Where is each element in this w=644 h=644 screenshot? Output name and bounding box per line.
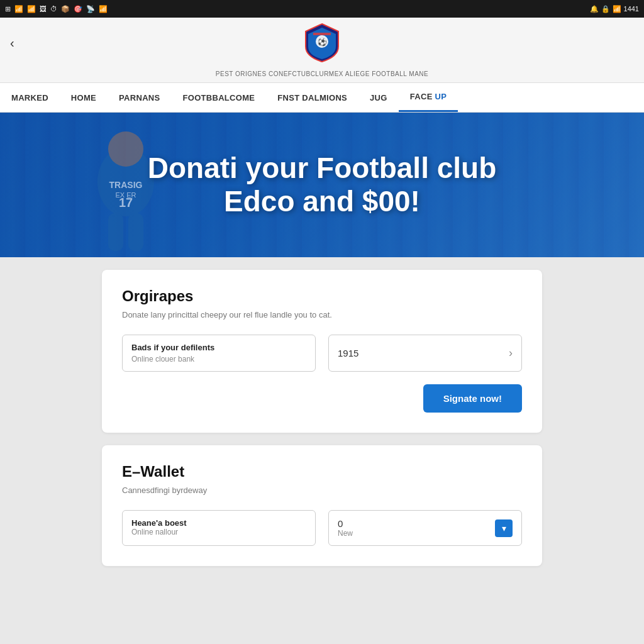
nav-item-face-up[interactable]: FACE UP	[399, 83, 458, 112]
battery-text: 1441	[624, 5, 639, 13]
ewallet-amount: 0	[338, 518, 353, 529]
donation-form-row: Bads if your defilents Online clouer ban…	[122, 335, 522, 372]
header: ‹ ⚽ PEST ORIGNES CONEFCTUBCLURMEX ALIEGE…	[0, 18, 644, 83]
ewallet-field-value: Online nallour	[131, 528, 306, 536]
logo-container: ⚽	[304, 23, 340, 63]
nav-item-fnst[interactable]: FNST DALMIONS	[266, 84, 358, 111]
grid-icon: ⊞	[5, 5, 11, 13]
signal-bars-icon: 📶	[613, 5, 621, 13]
nav-item-home[interactable]: HOME	[60, 84, 108, 111]
svg-text:⚽: ⚽	[318, 37, 327, 47]
ewallet-form-row: Heane'a boest Online nallour 0 New ▾	[122, 510, 522, 546]
wifi-icon-1: 📶	[14, 5, 23, 13]
status-left-icons: ⊞ 📶 📶 🖼 ⏱ 📦 🎯 📡 📶	[5, 5, 108, 13]
svg-rect-8	[108, 213, 123, 251]
donation-title: Orgirapes	[122, 287, 522, 305]
status-bar: ⊞ 📶 📶 🖼 ⏱ 📦 🎯 📡 📶 🔔 🔒 📶 1441	[0, 0, 644, 18]
package-icon: 📦	[61, 5, 70, 13]
ewallet-field-right[interactable]: 0 New ▾	[328, 510, 522, 546]
svg-rect-2	[313, 33, 331, 35]
nav-item-footbbalcome[interactable]: FOOTBBALCOME	[171, 84, 266, 111]
ewallet-field-left[interactable]: Heane'a boest Online nallour	[122, 510, 316, 546]
club-logo: ⚽	[304, 23, 340, 63]
donation-field-value: Online clouer bank	[131, 355, 306, 364]
nav-item-parnans[interactable]: PARNANS	[108, 84, 171, 111]
wifi-icon-3: 📶	[99, 5, 108, 13]
wifi-icon-2: 📶	[27, 5, 36, 13]
ewallet-subtitle: Cannesdfingi byrdeway	[122, 486, 522, 495]
svg-rect-9	[128, 213, 143, 251]
donation-field-right[interactable]: 1915 ›	[328, 335, 522, 372]
navigation: MARKED HOME PARNANS FOOTBBALCOME FNST DA…	[0, 83, 644, 113]
status-right-icons: 🔔 🔒 📶 1441	[590, 5, 639, 13]
target-icon: 🎯	[74, 5, 82, 13]
svg-text:17: 17	[119, 196, 133, 209]
ewallet-field-label: Heane'a boest	[131, 518, 306, 528]
hero-title-line2: Edco and $00!	[148, 185, 497, 218]
nav-item-jug[interactable]: JUG	[358, 84, 399, 111]
svg-text:TRASIG: TRASIG	[109, 180, 143, 190]
image-icon: 🖼	[40, 5, 47, 13]
main-content: Orgirapes Donate lany princittal cheepy …	[0, 257, 644, 579]
donation-subtitle: Donate lany princittal cheepy our rel fl…	[122, 310, 522, 319]
donate-button[interactable]: Signate now!	[423, 384, 522, 413]
donation-field-left[interactable]: Bads if your defilents Online clouer ban…	[122, 335, 316, 372]
ewallet-sub: New	[338, 529, 353, 538]
signal-icon: 📡	[86, 5, 95, 13]
hero-banner: TRASIG EX ER 17 Donati your Football clu…	[0, 113, 644, 257]
ewallet-amount-container: 0 New	[338, 518, 353, 538]
chevron-right-icon: ›	[509, 347, 513, 360]
dropdown-icon[interactable]: ▾	[495, 519, 513, 537]
notification-icon: 🔔	[590, 5, 599, 13]
clock-icon: ⏱	[50, 5, 57, 13]
svg-point-4	[108, 131, 143, 167]
hero-title-line1: Donati your Football club	[148, 152, 497, 185]
ewallet-title: E–Wallet	[122, 463, 522, 480]
hero-text: Donati your Football club Edco and $00!	[148, 152, 497, 218]
donation-field-label: Bads if your defilents	[131, 343, 306, 352]
donation-card: Orgirapes Donate lany princittal cheepy …	[102, 270, 542, 433]
lock-icon: 🔒	[601, 5, 610, 13]
header-subtitle: PEST ORIGNES CONEFCTUBCLURMEX ALIEGE FOO…	[216, 68, 428, 82]
back-button[interactable]: ‹	[10, 36, 14, 50]
header-top: ‹ ⚽	[0, 23, 644, 68]
ewallet-card: E–Wallet Cannesdfingi byrdeway Heane'a b…	[102, 445, 542, 566]
donation-amount: 1915	[338, 348, 358, 358]
nav-item-marked[interactable]: MARKED	[0, 84, 60, 111]
